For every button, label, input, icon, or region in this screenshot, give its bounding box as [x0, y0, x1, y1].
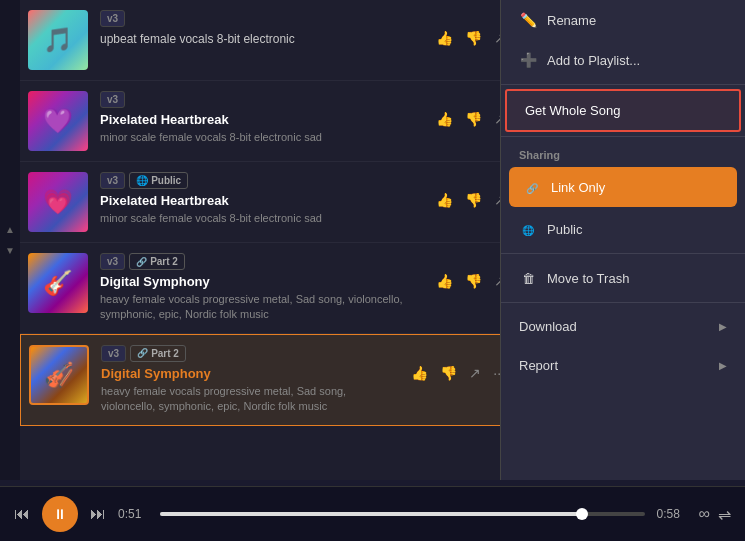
track-item[interactable]: 💗 v3 Public Pixelated Heartbreak minor s… [20, 162, 520, 243]
scroll-down-button[interactable]: ▼ [5, 245, 15, 256]
track-info: v3 Public Pixelated Heartbreak minor sca… [100, 172, 426, 226]
track-actions: 👍 👎 ↗ ··· [409, 345, 507, 383]
play-pause-button[interactable]: ⏸ [42, 496, 78, 532]
track-list: 🎵 v3 upbeat female vocals 8-bit electron… [20, 0, 520, 480]
menu-item-label: Public [547, 222, 582, 237]
track-actions: 👍 👎 ↗ [434, 253, 508, 291]
track-name: upbeat female vocals 8-bit electronic [100, 31, 426, 48]
menu-item-label: Link Only [551, 180, 605, 195]
rename-icon: ✏️ [519, 12, 537, 28]
track-desc: heavy female vocals progressive metal, S… [101, 384, 401, 415]
tag-public: Public [129, 172, 188, 189]
menu-item-get-whole-song[interactable]: Get Whole Song [505, 89, 741, 132]
menu-item-label: Report [519, 358, 558, 373]
menu-item-add-playlist[interactable]: ➕ Add to Playlist... [501, 40, 745, 80]
total-time: 0:58 [657, 507, 687, 521]
progress-fill [160, 512, 582, 516]
shuffle-button[interactable]: ⇌ [718, 505, 731, 524]
track-info: v3 🔗 Part 2 Digital Symphony heavy femal… [101, 345, 401, 415]
player-bar: ⏮ ⏸ ⏭ 0:51 0:58 ∞ ⇌ [0, 486, 745, 541]
menu-item-label: Get Whole Song [525, 103, 620, 118]
menu-divider [501, 302, 745, 303]
arrow-icon: ▶ [719, 321, 727, 332]
menu-item-rename[interactable]: ✏️ Rename [501, 0, 745, 40]
share-button[interactable]: ↗ [467, 363, 483, 383]
track-desc: minor scale female vocals 8-bit electron… [100, 130, 426, 145]
track-item-active[interactable]: 🎻 v3 🔗 Part 2 Digital Symphony heavy fem… [20, 334, 520, 426]
tag-v3: v3 [100, 10, 125, 27]
track-tags: v3 🔗 Part 2 [101, 345, 401, 362]
trash-icon [519, 270, 537, 286]
track-desc: minor scale female vocals 8-bit electron… [100, 211, 426, 226]
dislike-button[interactable]: 👎 [463, 109, 484, 129]
pause-icon: ⏸ [53, 506, 67, 522]
player-controls-right: ∞ ⇌ [699, 505, 731, 524]
track-tags: v3 [100, 91, 426, 108]
menu-divider [501, 84, 745, 85]
loop-button[interactable]: ∞ [699, 505, 710, 523]
arrow-icon: ▶ [719, 360, 727, 371]
like-button[interactable]: 👍 [434, 28, 455, 48]
track-item[interactable]: 🎵 v3 upbeat female vocals 8-bit electron… [20, 0, 520, 81]
menu-divider [501, 253, 745, 254]
like-button[interactable]: 👍 [434, 271, 455, 291]
tag-v3: v3 [100, 172, 125, 189]
scroll-up-button[interactable]: ▲ [5, 224, 15, 235]
track-name: Digital Symphony [101, 366, 401, 381]
globe-icon [519, 221, 537, 237]
tag-part: 🔗 Part 2 [129, 253, 185, 270]
next-button[interactable]: ⏭ [90, 505, 106, 523]
track-tags: v3 Public [100, 172, 426, 189]
track-info: v3 🔗 Part 2 Digital Symphony heavy femal… [100, 253, 426, 323]
track-info: v3 upbeat female vocals 8-bit electronic [100, 10, 426, 48]
track-desc: heavy female vocals progressive metal, S… [100, 292, 426, 323]
sharing-section-label: Sharing [501, 141, 745, 165]
track-thumbnail: 💜 [28, 91, 88, 151]
track-thumbnail: 🎵 [28, 10, 88, 70]
menu-item-label: Add to Playlist... [547, 53, 640, 68]
menu-item-link-only[interactable]: Link Only [509, 167, 737, 207]
tag-v3: v3 [100, 253, 125, 270]
track-name: Pixelated Heartbreak [100, 193, 426, 208]
track-name: Pixelated Heartbreak [100, 112, 426, 127]
progress-thumb[interactable] [576, 508, 588, 520]
tag-v3: v3 [100, 91, 125, 108]
dislike-button[interactable]: 👎 [463, 190, 484, 210]
prev-button[interactable]: ⏮ [14, 505, 30, 523]
track-info: v3 Pixelated Heartbreak minor scale fema… [100, 91, 426, 145]
menu-item-public[interactable]: Public [501, 209, 745, 249]
like-button[interactable]: 👍 [434, 109, 455, 129]
menu-divider [501, 136, 745, 137]
dislike-button[interactable]: 👎 [463, 28, 484, 48]
track-thumbnail: 🎸 [28, 253, 88, 313]
menu-item-label: Download [519, 319, 577, 334]
track-name: Digital Symphony [100, 274, 426, 289]
like-button[interactable]: 👍 [434, 190, 455, 210]
like-button[interactable]: 👍 [409, 363, 430, 383]
dislike-button[interactable]: 👎 [463, 271, 484, 291]
context-menu: ✏️ Rename ➕ Add to Playlist... Get Whole… [500, 0, 745, 480]
track-actions: 👍 👎 ↗ [434, 10, 508, 48]
track-tags: v3 [100, 10, 426, 27]
link-icon [523, 179, 541, 195]
tag-v3: v3 [101, 345, 126, 362]
menu-item-label: Move to Trash [547, 271, 629, 286]
dislike-button[interactable]: 👎 [438, 363, 459, 383]
current-time: 0:51 [118, 507, 148, 521]
tag-part: 🔗 Part 2 [130, 345, 186, 362]
track-thumbnail: 🎻 [29, 345, 89, 405]
menu-item-report[interactable]: Report ▶ [501, 346, 745, 385]
track-item[interactable]: 💜 v3 Pixelated Heartbreak minor scale fe… [20, 81, 520, 162]
menu-item-download[interactable]: Download ▶ [501, 307, 745, 346]
playlist-icon: ➕ [519, 52, 537, 68]
track-actions: 👍 👎 ↗ [434, 91, 508, 129]
track-item[interactable]: 🎸 v3 🔗 Part 2 Digital Symphony heavy fem… [20, 243, 520, 334]
progress-bar[interactable] [160, 512, 645, 516]
menu-item-label: Rename [547, 13, 596, 28]
menu-item-move-to-trash[interactable]: Move to Trash [501, 258, 745, 298]
track-actions: 👍 👎 ↗ [434, 172, 508, 210]
left-scroll-panel: ▲ ▼ [0, 0, 20, 480]
track-tags: v3 🔗 Part 2 [100, 253, 426, 270]
track-thumbnail: 💗 [28, 172, 88, 232]
